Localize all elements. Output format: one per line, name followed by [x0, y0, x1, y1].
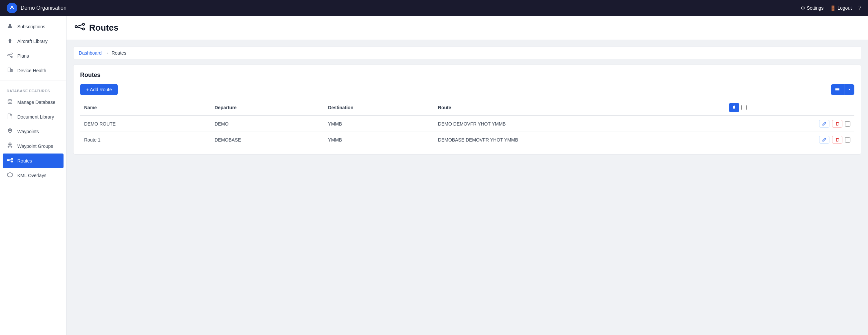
page-title: Routes	[89, 23, 118, 33]
topbar: Demo Organisation ⚙ Settings 🚪 Logout ?	[0, 0, 868, 16]
view-dropdown-button[interactable]	[844, 84, 855, 95]
svg-point-13	[8, 146, 9, 147]
cell-route: DEMO DEMOVFR YHOT YMMB	[434, 116, 725, 132]
svg-rect-26	[835, 88, 839, 89]
view-options-group	[831, 84, 855, 95]
waypoint-groups-icon	[7, 142, 13, 150]
table-toolbar: + Add Route	[80, 84, 855, 95]
sidebar: Subscriptions Aircraft Library Plans Dev…	[0, 16, 66, 335]
waypoint-icon	[7, 128, 13, 135]
sidebar-item-aircraft-library[interactable]: Aircraft Library	[0, 34, 66, 49]
delete-route-button[interactable]	[832, 120, 842, 128]
svg-point-14	[11, 146, 12, 147]
main-content: Routes Dashboard → Routes Routes + Add R…	[66, 16, 868, 335]
breadcrumb-separator: →	[104, 50, 109, 56]
add-route-button[interactable]: + Add Route	[80, 84, 118, 95]
page-header-icon	[74, 21, 85, 34]
settings-link[interactable]: ⚙ Settings	[801, 5, 824, 11]
sidebar-item-manage-database[interactable]: Manage Database	[0, 95, 66, 110]
header-delete-button[interactable]	[729, 103, 739, 112]
database-icon	[7, 99, 13, 106]
row-select-checkbox[interactable]	[845, 137, 850, 142]
table-row: Route 1 DEMOBASE YMMB DEMOBASE DEMOVFR Y…	[80, 132, 855, 148]
sidebar-section-label: DATABASE FEATURES	[0, 84, 66, 95]
sidebar-item-document-library[interactable]: Document Library	[0, 110, 66, 124]
svg-point-2	[9, 24, 11, 26]
org-name: Demo Organisation	[21, 5, 66, 11]
cell-departure: DEMOBASE	[211, 132, 324, 148]
svg-point-12	[10, 144, 11, 145]
cell-destination: YMMB	[324, 132, 434, 148]
page-header: Routes	[66, 16, 868, 40]
svg-point-17	[11, 161, 13, 162]
card-title: Routes	[80, 72, 855, 79]
kml-icon	[7, 172, 13, 179]
cell-actions	[725, 116, 855, 132]
breadcrumb-current: Routes	[112, 50, 126, 56]
gear-icon: ⚙	[801, 5, 805, 11]
logout-link[interactable]: 🚪 Logout	[830, 5, 852, 11]
delete-route-button[interactable]	[832, 136, 842, 143]
svg-point-3	[8, 55, 9, 56]
svg-rect-27	[835, 89, 839, 90]
subscriptions-icon	[7, 23, 13, 30]
document-icon	[7, 113, 13, 120]
svg-line-25	[77, 27, 83, 29]
header-select-all-checkbox[interactable]	[741, 105, 747, 110]
sidebar-divider	[0, 81, 66, 81]
svg-line-7	[9, 56, 11, 57]
row-select-checkbox[interactable]	[845, 121, 850, 127]
sidebar-item-routes[interactable]: Routes	[3, 153, 64, 168]
col-departure: Departure	[211, 101, 324, 116]
cell-departure: DEMO	[211, 116, 324, 132]
cell-actions	[725, 132, 855, 148]
plans-icon	[7, 52, 13, 60]
logout-icon: 🚪	[830, 5, 836, 11]
svg-point-16	[11, 158, 13, 160]
svg-line-6	[9, 54, 11, 55]
svg-point-23	[83, 28, 85, 30]
view-list-button[interactable]	[831, 84, 844, 95]
sidebar-item-plans[interactable]: Plans	[0, 49, 66, 63]
topbar-right: ⚙ Settings 🚪 Logout ?	[801, 5, 861, 11]
svg-point-0	[8, 4, 16, 12]
svg-point-10	[8, 100, 12, 101]
cell-destination: YMMB	[324, 116, 434, 132]
col-route: Route	[434, 101, 725, 116]
routes-table-body: DEMO ROUTE DEMO YMMB DEMO DEMOVFR YHOT Y…	[80, 116, 855, 147]
sidebar-item-waypoints[interactable]: Waypoints	[0, 124, 66, 139]
routes-card: Routes + Add Route Name	[73, 64, 861, 155]
col-destination: Destination	[324, 101, 434, 116]
svg-rect-9	[11, 69, 12, 72]
svg-point-15	[7, 160, 9, 161]
help-icon[interactable]: ?	[858, 5, 861, 11]
routes-table: Name Departure Destination Route	[80, 101, 855, 147]
cell-name: DEMO ROUTE	[80, 116, 211, 132]
breadcrumb-home[interactable]: Dashboard	[79, 50, 102, 56]
routes-icon	[7, 157, 13, 165]
svg-rect-8	[8, 68, 11, 72]
svg-marker-20	[8, 172, 12, 177]
svg-line-24	[77, 25, 83, 26]
sidebar-item-waypoint-groups[interactable]: Waypoint Groups	[0, 139, 66, 153]
svg-line-18	[9, 159, 11, 160]
svg-line-19	[9, 161, 11, 162]
svg-point-21	[75, 26, 77, 28]
sidebar-item-device-health[interactable]: Device Health	[0, 63, 66, 78]
svg-point-22	[83, 23, 85, 25]
svg-point-11	[9, 130, 11, 131]
svg-point-5	[11, 56, 12, 58]
app-body: Subscriptions Aircraft Library Plans Dev…	[0, 16, 868, 335]
device-icon	[7, 67, 13, 74]
col-name: Name	[80, 101, 211, 116]
sidebar-item-kml-overlays[interactable]: KML Overlays	[0, 168, 66, 183]
edit-route-button[interactable]	[819, 120, 830, 128]
svg-point-4	[11, 53, 12, 54]
cell-route: DEMOBASE DEMOVFR YHOT YMMB	[434, 132, 725, 148]
edit-route-button[interactable]	[819, 136, 830, 143]
app-logo	[7, 3, 17, 13]
col-actions	[725, 101, 855, 116]
breadcrumb: Dashboard → Routes	[73, 47, 861, 59]
table-row: DEMO ROUTE DEMO YMMB DEMO DEMOVFR YHOT Y…	[80, 116, 855, 132]
sidebar-item-subscriptions[interactable]: Subscriptions	[0, 19, 66, 34]
